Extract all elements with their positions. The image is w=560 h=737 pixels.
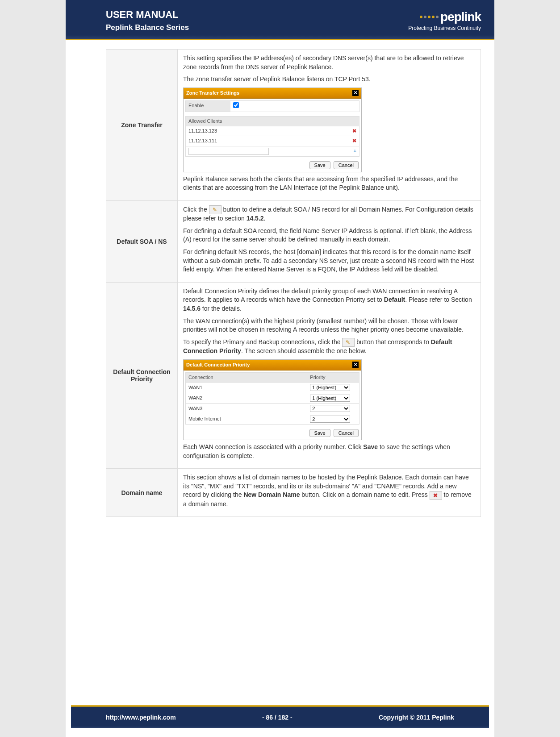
header-bar: USER MANUAL Peplink Balance Series pepli… — [66, 0, 494, 40]
conn-name: WAN1 — [186, 383, 307, 393]
default-soa-p3: For defining default NS records, the hos… — [183, 248, 475, 274]
priority-select[interactable]: 2 — [310, 405, 350, 412]
default-soa-p1: Click the button to define a default SOA… — [183, 205, 475, 223]
enable-checkbox[interactable] — [233, 102, 239, 108]
doc-title: USER MANUAL — [106, 9, 189, 21]
save-button[interactable]: Save — [309, 429, 330, 437]
remove-client-icon[interactable]: ✖ — [352, 137, 356, 144]
domain-name-p1: This section shows a list of domain name… — [183, 473, 475, 508]
doc-subtitle: Peplink Balance Series — [106, 23, 189, 32]
logo-dots-icon — [420, 16, 439, 18]
row-label-default-conn: Default Connection Priority — [106, 282, 178, 468]
brand-name: peplink — [440, 10, 481, 24]
dialog-title: Zone Transfer Settings — [186, 90, 239, 96]
conn-name: WAN2 — [186, 393, 307, 403]
edit-icon[interactable] — [209, 205, 221, 214]
default-conn-p2: The WAN connection(s) with the highest p… — [183, 317, 475, 334]
close-icon[interactable]: ✕ — [352, 362, 359, 368]
remove-client-icon[interactable]: ✖ — [352, 128, 356, 134]
brand-tagline: Protecting Business Continuity — [408, 25, 481, 31]
conn-name: Mobile Internet — [186, 414, 307, 424]
footer-bar: http://www.peplink.com - 86 / 182 - Copy… — [71, 705, 489, 728]
add-client-icon[interactable]: + — [354, 148, 356, 154]
zone-transfer-desc-1: This setting specifies the IP address(es… — [183, 54, 475, 71]
remove-icon[interactable] — [430, 491, 442, 500]
footer-url: http://www.peplink.com — [106, 714, 176, 721]
enable-label: Enable — [186, 101, 230, 111]
priority-select[interactable]: 1 (Highest) — [310, 384, 350, 391]
zone-transfer-desc-3: Peplink Balance serves both the clients … — [183, 175, 475, 192]
footer-page: - 86 / 182 - — [262, 714, 293, 721]
zone-transfer-desc-2: The zone transfer server of Peplink Bala… — [183, 75, 475, 84]
settings-table: Zone Transfer This setting specifies the… — [106, 49, 481, 517]
col-connection: Connection — [186, 373, 307, 383]
col-priority: Priority — [307, 373, 359, 383]
client-ip: 11.12.13.123 — [188, 128, 217, 134]
save-button[interactable]: Save — [309, 161, 330, 169]
default-conn-p4: Each WAN connection is associated with a… — [183, 443, 475, 460]
conn-name: WAN3 — [186, 404, 307, 414]
row-label-default-soa: Default SOA / NS — [106, 200, 178, 282]
priority-select[interactable]: 2 — [310, 416, 350, 423]
default-conn-p1: Default Connection Priority defines the … — [183, 287, 475, 313]
row-label-zone-transfer: Zone Transfer — [106, 50, 178, 201]
new-client-input[interactable] — [188, 148, 269, 155]
connection-priority-dialog: Default Connection Priority ✕ Connection… — [183, 359, 362, 440]
brand-block: peplink Protecting Business Continuity — [408, 10, 481, 31]
footer-copyright: Copyright © 2011 Peplink — [379, 714, 454, 721]
edit-icon[interactable] — [342, 338, 355, 347]
default-soa-p2: For defining a default SOA record, the f… — [183, 227, 475, 244]
default-conn-p3: To specify the Primary and Backup connec… — [183, 338, 475, 356]
allowed-clients-label: Allowed Clients — [188, 118, 222, 125]
cancel-button[interactable]: Cancel — [334, 161, 359, 169]
cancel-button[interactable]: Cancel — [334, 429, 359, 437]
dialog-title: Default Connection Priority — [186, 362, 250, 368]
priority-select[interactable]: 1 (Highest) — [310, 395, 350, 402]
close-icon[interactable]: ✕ — [352, 90, 359, 96]
row-label-domain-name: Domain name — [106, 469, 178, 517]
client-ip: 11.12.13.111 — [188, 137, 217, 144]
zone-transfer-dialog: Zone Transfer Settings ✕ Enable — [183, 87, 362, 172]
